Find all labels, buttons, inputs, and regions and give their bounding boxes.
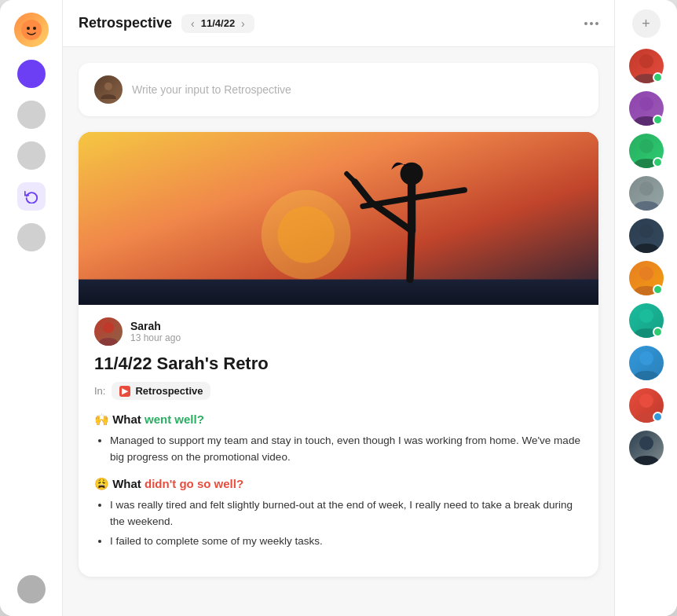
sidebar-nav-3[interactable] xyxy=(17,141,46,170)
section-heading-2: 😩 What didn't go so well? xyxy=(94,477,583,491)
section2-list: I was really tired and felt slightly bur… xyxy=(94,497,583,550)
date-navigator: ‹ 11/4/22 › xyxy=(181,14,254,33)
input-box[interactable]: Write your input to Retrospective xyxy=(79,63,598,116)
left-sidebar xyxy=(0,0,63,616)
app-window: Retrospective ‹ 11/4/22 › xyxy=(0,0,677,616)
input-placeholder[interactable]: Write your input to Retrospective xyxy=(132,83,291,96)
sidebar-nav-1[interactable] xyxy=(17,60,46,88)
section1-item-1: Managed to support my team and stay in t… xyxy=(110,433,583,466)
main-content: Retrospective ‹ 11/4/22 › xyxy=(63,0,614,616)
status-indicator-7 xyxy=(653,327,663,337)
tag-icon: ▶ xyxy=(119,386,130,397)
header: Retrospective ‹ 11/4/22 › xyxy=(63,0,614,47)
section-didnt-go-well: 😩 What didn't go so well? I was really t… xyxy=(94,477,583,550)
member-avatar-8[interactable] xyxy=(629,346,664,380)
section1-highlight: went well? xyxy=(145,412,204,426)
post-tag-label: In: xyxy=(94,385,105,397)
svg-point-6 xyxy=(277,206,334,262)
post-title: 11/4/22 Sarah's Retro xyxy=(94,354,583,374)
member-avatar-7[interactable] xyxy=(629,303,664,338)
svg-point-12 xyxy=(639,139,653,153)
svg-point-19 xyxy=(639,436,653,450)
status-indicator-3 xyxy=(653,157,663,167)
svg-point-11 xyxy=(639,97,653,111)
avatar-img-4 xyxy=(629,176,664,211)
member-avatar-10[interactable] xyxy=(629,431,664,465)
section1-list: Managed to support my team and stay in t… xyxy=(94,433,583,466)
section-went-well: 🙌 What went well? Managed to support my … xyxy=(94,412,583,466)
section-heading-1: 🙌 What went well? xyxy=(94,412,583,427)
post-author-name: Sarah xyxy=(130,320,181,332)
section2-emoji: 😩 xyxy=(94,477,109,490)
user-avatar-input xyxy=(94,75,123,104)
post-author-avatar xyxy=(94,317,123,346)
post-body: Sarah 13 hour ago 11/4/22 Sarah's Retro … xyxy=(79,305,598,577)
svg-point-17 xyxy=(639,351,653,365)
section1-text: What xyxy=(112,412,145,426)
member-avatar-1[interactable] xyxy=(629,49,664,83)
user-avatar-sidebar[interactable] xyxy=(17,575,46,603)
app-logo xyxy=(14,13,49,47)
svg-point-14 xyxy=(639,224,653,238)
prev-date-button[interactable]: ‹ xyxy=(189,17,196,30)
more-options-button[interactable] xyxy=(584,22,598,25)
svg-point-15 xyxy=(639,266,653,280)
svg-rect-7 xyxy=(79,280,598,305)
post-author-time: 13 hour ago xyxy=(130,332,181,343)
content-area[interactable]: Write your input to Retrospective xyxy=(63,47,614,616)
post-hero-image xyxy=(79,132,598,305)
add-member-button[interactable]: + xyxy=(632,9,661,38)
tag-name: Retrospective xyxy=(135,385,203,397)
section2-highlight: didn't go so well? xyxy=(145,477,243,490)
avatar-img-5 xyxy=(629,218,664,253)
page-title: Retrospective xyxy=(79,15,172,31)
section2-text: What xyxy=(112,477,145,490)
svg-point-18 xyxy=(639,394,653,408)
svg-point-10 xyxy=(639,54,653,68)
svg-point-13 xyxy=(639,182,653,196)
svg-point-2 xyxy=(33,27,36,30)
post-tag-row: In: ▶ Retrospective xyxy=(94,382,583,400)
svg-point-1 xyxy=(27,27,30,30)
post-tag[interactable]: ▶ Retrospective xyxy=(112,382,210,400)
svg-point-9 xyxy=(103,322,114,333)
status-indicator-9 xyxy=(653,412,663,422)
avatar-img-8 xyxy=(629,346,664,380)
sidebar-nav-active[interactable] xyxy=(17,182,46,211)
svg-point-0 xyxy=(21,20,42,40)
post-author-info: Sarah 13 hour ago xyxy=(130,320,181,343)
member-avatar-3[interactable] xyxy=(629,134,664,168)
status-indicator-2 xyxy=(653,115,663,125)
post-card: Sarah 13 hour ago 11/4/22 Sarah's Retro … xyxy=(79,132,598,577)
member-avatar-5[interactable] xyxy=(629,218,664,253)
sidebar-nav-2[interactable] xyxy=(17,101,46,129)
avatar-img-10 xyxy=(629,431,664,465)
member-avatar-6[interactable] xyxy=(629,261,664,295)
current-date: 11/4/22 xyxy=(201,17,235,29)
next-date-button[interactable]: › xyxy=(240,17,247,30)
member-avatar-4[interactable] xyxy=(629,176,664,211)
post-author-row: Sarah 13 hour ago xyxy=(94,317,583,346)
svg-point-16 xyxy=(639,309,653,323)
sidebar-nav-4[interactable] xyxy=(17,223,46,251)
member-avatar-2[interactable] xyxy=(629,91,664,126)
section2-item-2: I failed to complete some of my weekly t… xyxy=(110,534,583,550)
svg-point-3 xyxy=(104,82,112,90)
status-indicator-1 xyxy=(653,72,663,82)
status-indicator-6 xyxy=(653,284,663,295)
section1-emoji: 🙌 xyxy=(94,412,109,426)
member-avatar-9[interactable] xyxy=(629,388,664,423)
right-sidebar: + xyxy=(614,0,677,616)
section2-item-1: I was really tired and felt slightly bur… xyxy=(110,497,583,530)
